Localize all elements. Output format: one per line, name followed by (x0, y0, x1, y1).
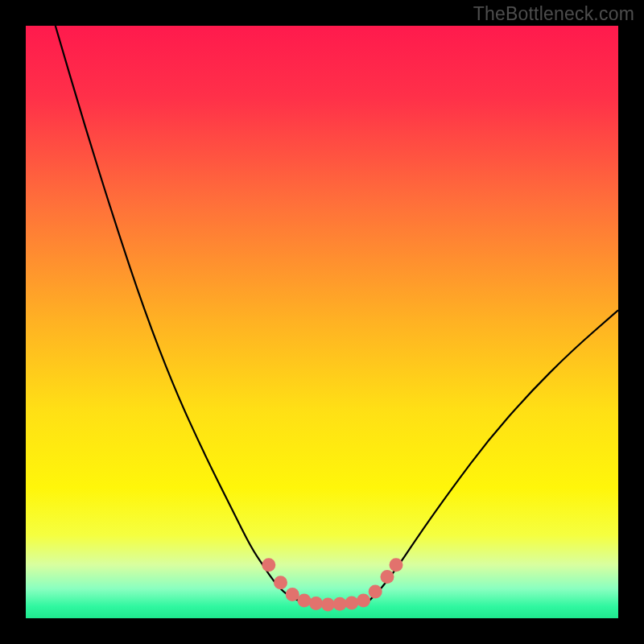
valley-marker (321, 598, 335, 612)
curve-path (56, 26, 618, 605)
valley-marker (309, 597, 323, 610)
plot-area (26, 26, 618, 618)
valley-marker (357, 593, 370, 607)
valley-marker (297, 593, 311, 607)
valley-marker (369, 584, 382, 598)
valley-marker (345, 596, 358, 609)
valley-markers (262, 558, 402, 611)
valley-marker (390, 558, 403, 572)
valley-marker (333, 597, 347, 611)
valley-marker (286, 588, 299, 601)
watermark-text: TheBottleneck.com (473, 3, 634, 25)
valley-marker (274, 576, 287, 589)
chart-frame: TheBottleneck.com (0, 0, 644, 644)
valley-marker (262, 558, 275, 572)
bottleneck-curve (26, 26, 618, 618)
valley-marker (381, 570, 394, 584)
